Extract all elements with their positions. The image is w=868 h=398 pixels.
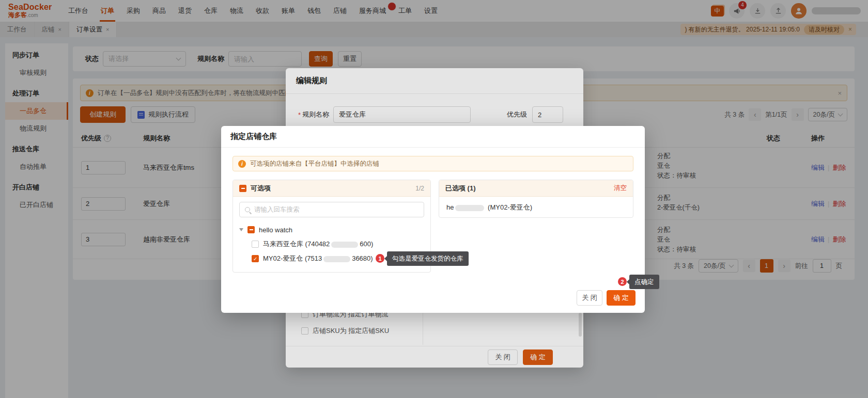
indeterminate-checkbox-icon[interactable]: [247, 226, 255, 233]
step-tooltip: 勾选是爱亚仓发货的仓库: [387, 251, 469, 266]
assign-modal-header: 指定店铺仓库: [221, 126, 645, 148]
tree-group-label: hello watch: [259, 226, 292, 234]
assign-modal-footer: 关 闭 确 定: [577, 290, 636, 306]
available-title: 可选项: [251, 184, 271, 193]
clear-selection-link[interactable]: 清空: [614, 184, 627, 193]
step-badge: 1: [376, 254, 384, 263]
step-tooltip: 点确定: [629, 275, 659, 289]
warehouse-search-input[interactable]: 请输入回车搜索: [239, 202, 424, 217]
tree-option-row[interactable]: 马来西亚仓库 (740482600): [239, 237, 424, 251]
selected-title: 已选项 (1): [445, 184, 476, 193]
close-button[interactable]: 关 闭: [577, 290, 602, 306]
assign-shop-warehouse-modal: 指定店铺仓库 i 可选项的店铺来自【平台店铺】中选择的店铺 可选项 1/2 请输…: [221, 126, 645, 313]
checkbox-icon[interactable]: [252, 241, 259, 248]
search-icon: [245, 207, 250, 212]
app-root: SeaDocker 海多客.com 工作台 订单 采购 商品 退货 仓库 物流 …: [0, 0, 868, 398]
step-badge: 2: [618, 277, 627, 286]
indeterminate-checkbox-icon[interactable]: [239, 185, 246, 192]
confirm-button[interactable]: 确 定: [607, 290, 636, 306]
blurred-shop-name: [455, 205, 484, 211]
assign-alert-text: 可选项的店铺来自【平台店铺】中选择的店铺: [250, 160, 379, 168]
modal-title: 指定店铺仓库: [230, 132, 277, 141]
assign-modal-alert: i 可选项的店铺来自【平台店铺】中选择的店铺: [233, 156, 633, 171]
warehouse-option-label: MY02-爱亚仓 (751336680): [263, 254, 373, 263]
tree-group-row[interactable]: hello watch: [239, 222, 424, 237]
checkbox-checked-icon[interactable]: [252, 255, 259, 262]
warehouse-option-label: 马来西亚仓库 (740482600): [263, 240, 373, 249]
selected-item: he (MY02-爱亚仓): [439, 197, 633, 212]
blurred-number: [331, 242, 358, 248]
available-panel-header: 可选项 1/2: [233, 180, 430, 197]
blurred-number: [323, 256, 350, 262]
selected-panel-header: 已选项 (1) 清空: [439, 180, 633, 197]
selection-counter: 1/2: [415, 185, 424, 192]
caret-down-icon[interactable]: [239, 228, 243, 231]
selected-options-panel: 已选项 (1) 清空 he (MY02-爱亚仓): [439, 180, 633, 218]
info-icon: i: [238, 160, 246, 168]
